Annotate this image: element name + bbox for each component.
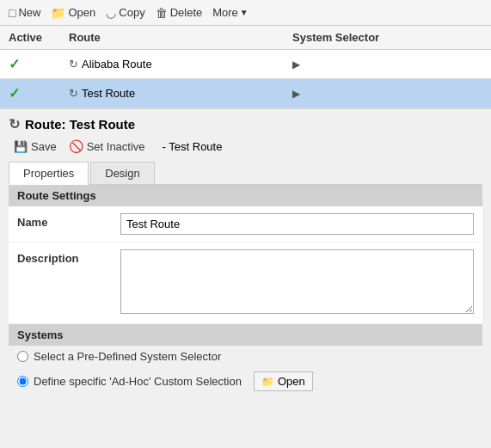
delete-label: Delete xyxy=(170,6,203,19)
description-label: Description xyxy=(17,249,120,265)
tabs-container: Properties Design xyxy=(9,162,482,185)
copy-label: Copy xyxy=(119,6,144,19)
open-icon: 📁 xyxy=(51,6,65,20)
new-icon: □ xyxy=(9,6,15,20)
radio-row-adhoc: Define specific 'Ad-Hoc' Custom Selectio… xyxy=(9,367,482,396)
radio-predefined[interactable] xyxy=(17,351,28,362)
radio-row-predefined: Select a Pre-Defined System Selector xyxy=(9,346,482,367)
new-label: New xyxy=(18,6,40,19)
save-button[interactable]: 💾 Save xyxy=(10,138,60,155)
row-selector: ▶ xyxy=(284,79,491,108)
col-active: Active xyxy=(0,26,60,50)
route-detail-icon: ↻ xyxy=(9,116,20,132)
systems-header: Systems xyxy=(9,324,482,346)
detail-title: ↻ Route: Test Route xyxy=(9,116,135,132)
name-row: Name xyxy=(9,206,482,242)
new-button[interactable]: □ New xyxy=(5,4,44,21)
col-system-selector: System Selector xyxy=(284,26,491,50)
name-field-wrapper xyxy=(120,213,474,235)
row-active: ✓ xyxy=(0,50,60,79)
radio-adhoc[interactable] xyxy=(17,376,28,387)
detail-header: ↻ Route: Test Route xyxy=(9,116,482,132)
description-row: Description xyxy=(9,242,482,324)
copy-button[interactable]: ◡ Copy xyxy=(102,4,148,21)
route-settings-header: Route Settings xyxy=(9,185,482,206)
col-route: Route xyxy=(60,26,284,50)
open-label: Open xyxy=(278,375,305,388)
checkmark-icon: ✓ xyxy=(9,86,20,101)
row-name: ↻ Test Route xyxy=(60,79,284,108)
table-header-row: Active Route System Selector xyxy=(0,26,491,50)
route-table: Active Route System Selector ✓ ↻ Alibaba… xyxy=(0,26,491,108)
name-label: Name xyxy=(17,213,120,229)
tab-design[interactable]: Design xyxy=(90,162,154,184)
description-field-wrapper xyxy=(120,249,474,316)
inactive-icon: 🚫 xyxy=(69,139,83,153)
open-folder-icon: 📁 xyxy=(261,376,274,388)
open-button-systems[interactable]: 📁 Open xyxy=(254,371,313,391)
open-button[interactable]: 📁 Open xyxy=(47,4,99,21)
checkmark-icon: ✓ xyxy=(9,57,20,71)
open-label: Open xyxy=(68,6,95,19)
route-list: Active Route System Selector ✓ ↻ Alibaba… xyxy=(0,26,491,108)
route-name-label: Alibaba Route xyxy=(82,58,152,71)
detail-actions: 💾 Save 🚫 Set Inactive - Test Route xyxy=(9,138,482,155)
detail-section: ↻ Route: Test Route 💾 Save 🚫 Set Inactiv… xyxy=(0,108,491,396)
chevron-down-icon: ▼ xyxy=(240,8,249,17)
radio-adhoc-label[interactable]: Define specific 'Ad-Hoc' Custom Selectio… xyxy=(34,375,242,388)
description-textarea[interactable] xyxy=(120,249,474,314)
more-button[interactable]: More ▼ xyxy=(209,4,252,21)
play-icon: ▶ xyxy=(292,88,300,100)
properties-panel: Route Settings Name Description xyxy=(9,185,482,324)
radio-predefined-label[interactable]: Select a Pre-Defined System Selector xyxy=(34,350,221,363)
delete-icon: 🗑 xyxy=(156,6,168,20)
route-sync-icon: ↻ xyxy=(69,58,78,71)
detail-title-text: Route: Test Route xyxy=(25,117,135,132)
more-label: More xyxy=(212,6,238,19)
route-name-label: Test Route xyxy=(82,87,135,100)
systems-section: Systems Select a Pre-Defined System Sele… xyxy=(9,324,482,396)
route-name-badge: - Test Route xyxy=(163,140,223,153)
copy-icon: ◡ xyxy=(106,6,116,20)
delete-button[interactable]: 🗑 Delete xyxy=(152,4,206,21)
save-label: Save xyxy=(31,140,57,153)
row-selector: ▶ xyxy=(284,50,491,79)
table-row[interactable]: ✓ ↻ Alibaba Route ▶ xyxy=(0,50,491,79)
table-row[interactable]: ✓ ↻ Test Route ▶ xyxy=(0,79,491,108)
row-active: ✓ xyxy=(0,79,60,108)
route-sync-icon: ↻ xyxy=(69,87,78,100)
toolbar: □ New 📁 Open ◡ Copy 🗑 Delete More ▼ xyxy=(0,0,491,26)
save-icon: 💾 xyxy=(14,140,28,153)
set-inactive-label: Set Inactive xyxy=(87,140,145,153)
row-name: ↻ Alibaba Route xyxy=(60,50,284,79)
play-icon: ▶ xyxy=(292,58,300,71)
set-inactive-button[interactable]: 🚫 Set Inactive xyxy=(65,138,149,155)
name-input[interactable] xyxy=(120,213,474,235)
tab-properties[interactable]: Properties xyxy=(9,162,89,185)
